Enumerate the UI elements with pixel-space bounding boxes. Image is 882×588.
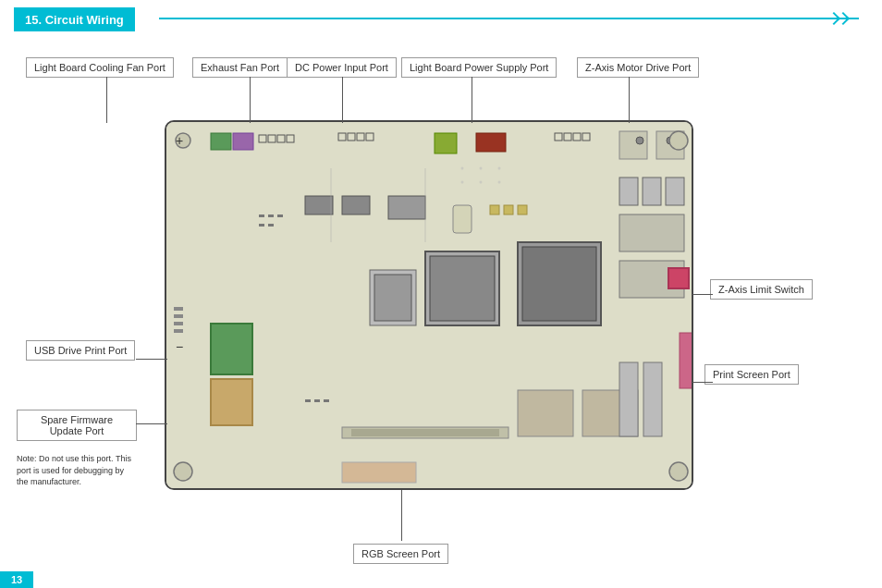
label-light-board-cooling-fan: Light Board Cooling Fan Port bbox=[26, 57, 174, 78]
line-light-power bbox=[472, 77, 472, 123]
svg-rect-56 bbox=[314, 399, 320, 402]
svg-point-65 bbox=[498, 181, 501, 184]
svg-rect-59 bbox=[351, 429, 499, 436]
svg-point-48 bbox=[669, 462, 688, 481]
svg-rect-72 bbox=[619, 362, 638, 436]
svg-point-64 bbox=[480, 181, 483, 184]
line-cooling-fan bbox=[106, 77, 107, 123]
label-print-screen-port: Print Screen Port bbox=[704, 364, 799, 385]
svg-text:−: − bbox=[176, 339, 183, 354]
label-dc-power-input: DC Power Input Port bbox=[287, 57, 397, 78]
label-exhaust-fan: Exhaust Fan Port bbox=[192, 57, 288, 78]
svg-rect-39 bbox=[211, 324, 252, 374]
svg-rect-2 bbox=[233, 133, 253, 150]
svg-rect-17 bbox=[619, 131, 647, 159]
svg-rect-26 bbox=[522, 247, 596, 321]
line-rgb-v bbox=[401, 490, 402, 541]
svg-rect-44 bbox=[174, 329, 183, 333]
line-print-h bbox=[692, 382, 713, 383]
svg-rect-40 bbox=[211, 379, 252, 425]
svg-rect-54 bbox=[268, 224, 274, 227]
svg-rect-37 bbox=[668, 268, 689, 288]
label-z-axis-motor-drive: Z-Axis Motor Drive Port bbox=[577, 57, 699, 78]
label-rgb-screen-port: RGB Screen Port bbox=[353, 544, 448, 564]
svg-rect-51 bbox=[268, 214, 274, 217]
svg-rect-31 bbox=[388, 196, 425, 219]
svg-rect-50 bbox=[259, 214, 264, 217]
svg-rect-42 bbox=[174, 314, 183, 318]
svg-rect-29 bbox=[305, 196, 333, 214]
svg-point-47 bbox=[669, 131, 688, 150]
circuit-board: + bbox=[165, 120, 693, 490]
svg-rect-69 bbox=[518, 205, 527, 214]
svg-point-19 bbox=[636, 137, 643, 144]
svg-rect-57 bbox=[324, 399, 329, 402]
label-light-board-power-supply: Light Board Power Supply Port bbox=[401, 57, 557, 78]
svg-rect-41 bbox=[174, 307, 183, 311]
svg-rect-67 bbox=[490, 205, 499, 214]
line-z-limit-h bbox=[692, 294, 713, 295]
board-svg: + bbox=[166, 122, 693, 490]
label-z-axis-limit-switch: Z-Axis Limit Switch bbox=[710, 279, 813, 300]
page-title: 15. Circuit Wiring bbox=[25, 13, 124, 27]
svg-rect-34 bbox=[666, 178, 684, 205]
svg-rect-28 bbox=[374, 275, 411, 321]
line-z-motor bbox=[629, 77, 630, 123]
svg-rect-55 bbox=[305, 399, 311, 402]
label-spare-firmware-update: Spare Firmware Update Port bbox=[17, 410, 137, 441]
line-usb-drive-h bbox=[136, 359, 167, 360]
line-dc-power bbox=[342, 77, 343, 123]
svg-rect-30 bbox=[342, 196, 370, 214]
svg-point-60 bbox=[461, 167, 464, 170]
svg-rect-52 bbox=[277, 214, 283, 217]
svg-rect-12 bbox=[476, 133, 506, 152]
svg-rect-53 bbox=[259, 224, 264, 227]
svg-rect-43 bbox=[174, 322, 183, 325]
page-number: 13 bbox=[0, 571, 33, 588]
svg-rect-73 bbox=[643, 362, 662, 436]
svg-rect-24 bbox=[430, 256, 495, 321]
svg-rect-45 bbox=[342, 462, 416, 483]
svg-rect-66 bbox=[453, 205, 472, 233]
svg-rect-32 bbox=[619, 178, 638, 205]
line-exhaust-fan bbox=[250, 77, 251, 123]
svg-rect-70 bbox=[518, 390, 573, 436]
label-usb-drive-print: USB Drive Print Port bbox=[26, 340, 135, 361]
svg-point-61 bbox=[480, 167, 483, 170]
svg-rect-1 bbox=[211, 133, 231, 150]
svg-rect-68 bbox=[504, 205, 513, 214]
svg-rect-35 bbox=[619, 214, 684, 251]
svg-rect-33 bbox=[643, 178, 661, 205]
svg-point-62 bbox=[498, 167, 501, 170]
svg-rect-11 bbox=[435, 133, 457, 153]
svg-rect-38 bbox=[680, 333, 692, 388]
line-firmware-h bbox=[136, 423, 167, 424]
svg-point-63 bbox=[461, 181, 464, 184]
svg-point-46 bbox=[174, 462, 192, 481]
firmware-note: Note: Do not use this port. This port is… bbox=[17, 453, 137, 488]
svg-text:+: + bbox=[176, 133, 183, 148]
